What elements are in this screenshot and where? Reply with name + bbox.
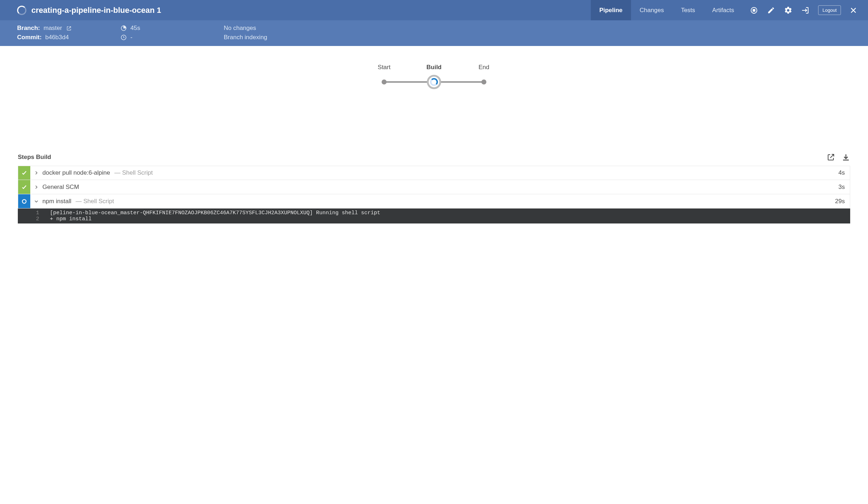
stage-running-spinner-icon <box>430 78 438 86</box>
log-line-number: 2 <box>18 216 50 222</box>
steps-quickactions <box>827 153 850 161</box>
step-log: 1[peline-in-blue-ocean_master-QHFKIFNIE7… <box>18 209 850 223</box>
log-line: 1[peline-in-blue-ocean_master-QHFKIFNIE7… <box>18 210 850 216</box>
page-title: creating-a-pipeline-in-blue-ocean 1 <box>31 6 161 15</box>
step-duration: 3s <box>838 184 850 191</box>
pipeline-graph: Start Build End <box>0 46 868 103</box>
exit-icon[interactable] <box>801 6 810 15</box>
edit-icon[interactable] <box>767 6 775 15</box>
gear-icon[interactable] <box>784 6 792 15</box>
tab-label: Tests <box>681 7 695 14</box>
progress-icon <box>120 25 127 31</box>
status-success-icon <box>18 180 30 194</box>
svg-point-4 <box>22 199 26 203</box>
duration-value: 45s <box>130 25 140 32</box>
commit-value: b46b3d4 <box>45 34 69 41</box>
stage-node-build[interactable] <box>427 75 441 89</box>
clock-icon <box>120 34 127 41</box>
branch-value: master <box>43 25 62 32</box>
chevron-right-icon[interactable] <box>30 184 42 190</box>
step-row[interactable]: General SCM3s <box>18 180 850 194</box>
run-header: creating-a-pipeline-in-blue-ocean 1 Pipe… <box>0 0 868 20</box>
step-row[interactable]: docker pull node:6-alpine— Shell Script4… <box>18 166 850 180</box>
step-duration: 29s <box>835 198 850 205</box>
tab-changes[interactable]: Changes <box>631 0 672 20</box>
stage-label-start: Start <box>366 64 402 71</box>
log-line-number: 1 <box>18 210 50 216</box>
chevron-right-icon[interactable] <box>30 170 42 176</box>
commit-label: Commit: <box>17 34 42 41</box>
download-log-icon[interactable] <box>842 153 850 161</box>
status-running-icon <box>18 194 30 208</box>
step-row[interactable]: npm install— Shell Script29s <box>18 194 850 209</box>
steps-heading: Steps Build <box>18 154 51 161</box>
close-icon[interactable] <box>849 6 857 14</box>
chevron-down-icon[interactable] <box>30 199 42 204</box>
tab-label: Changes <box>640 7 664 14</box>
stage-label-build: Build <box>416 64 452 71</box>
stage-label-end: End <box>466 64 502 71</box>
tab-label: Pipeline <box>599 7 622 14</box>
commit-cell: Commit: b46b3d4 <box>17 34 117 41</box>
step-duration: 4s <box>838 169 850 176</box>
header-tabs: Pipeline Changes Tests Artifacts <box>591 0 743 20</box>
step-name: General SCM <box>42 184 79 191</box>
logout-label: Logout <box>822 7 837 13</box>
queue-value: - <box>130 34 133 41</box>
run-subheader: Branch: master 45s No changes Commit: b4… <box>0 20 868 46</box>
step-name: docker pull node:6-alpine <box>42 169 110 176</box>
branch-cell: Branch: master <box>17 25 117 32</box>
step-subtitle: — Shell Script <box>114 169 153 176</box>
stage-node-end[interactable] <box>481 79 486 84</box>
header-actions: Logout <box>750 5 857 15</box>
step-subtitle: — Shell Script <box>76 198 114 205</box>
tab-label: Artifacts <box>712 7 734 14</box>
queue-cell: - <box>120 34 220 41</box>
status-success-icon <box>18 166 30 180</box>
step-list: docker pull node:6-alpine— Shell Script4… <box>18 166 850 223</box>
steps-section: Steps Build docker pull node:6-alpine— S… <box>0 153 868 238</box>
open-log-newwindow-icon[interactable] <box>827 153 835 161</box>
svg-rect-1 <box>753 9 755 11</box>
logout-button[interactable]: Logout <box>818 5 841 15</box>
log-line: 2+ npm install <box>18 216 850 222</box>
tab-pipeline[interactable]: Pipeline <box>591 0 631 20</box>
status-spinner-icon <box>17 6 26 15</box>
changes-line1: No changes <box>224 25 851 32</box>
stage-node-start[interactable] <box>382 79 387 84</box>
branch-label: Branch: <box>17 25 40 32</box>
duration-cell: 45s <box>120 25 220 32</box>
log-line-text: + npm install <box>50 216 850 222</box>
stop-icon[interactable] <box>750 6 758 15</box>
step-name: npm install <box>42 198 71 205</box>
open-branch-icon[interactable] <box>66 25 72 31</box>
changes-cause: Branch indexing <box>224 34 267 41</box>
changes-line2: Branch indexing <box>224 34 851 41</box>
tab-artifacts[interactable]: Artifacts <box>704 0 743 20</box>
changes-text: No changes <box>224 25 256 32</box>
log-line-text: [peline-in-blue-ocean_master-QHFKIFNIE7F… <box>50 210 850 216</box>
tab-tests[interactable]: Tests <box>672 0 704 20</box>
